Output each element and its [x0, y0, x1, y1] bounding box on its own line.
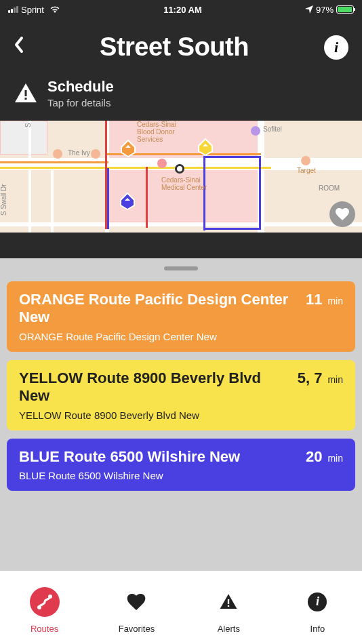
- warning-icon: [218, 592, 239, 611]
- poi-target: [301, 156, 310, 165]
- bottom-nav: Routes Favorites Alerts i Info: [0, 571, 362, 644]
- wifi-icon: [49, 5, 60, 14]
- route-name: BLUE Route 6500 Wilshire New: [19, 448, 299, 466]
- nav-label: Alerts: [218, 624, 240, 634]
- heart-icon: [127, 594, 146, 610]
- info-icon: i: [308, 592, 327, 611]
- warning-icon: [14, 81, 38, 106]
- schedule-banner[interactable]: Schedule Tap for details: [0, 68, 362, 121]
- map-label-target: Target: [297, 167, 316, 174]
- heart-icon: [336, 208, 349, 220]
- map-label-ivy: The Ivy: [68, 149, 90, 157]
- poi-food2: [91, 149, 100, 159]
- route-sheet: ORANGE Route Pacific Design Center New 1…: [0, 258, 362, 571]
- status-time: 11:20 AM: [163, 5, 202, 15]
- map-marker-blue: [120, 193, 135, 210]
- favorite-button[interactable]: [329, 201, 355, 227]
- map-label-sofitel: Sofitel: [263, 125, 282, 133]
- carrier-label: Sprint: [21, 5, 44, 15]
- nav-label: Favorites: [119, 624, 155, 634]
- info-button[interactable]: i: [324, 35, 348, 60]
- battery-percent: 97%: [316, 5, 334, 15]
- status-left: Sprint: [8, 5, 60, 15]
- map-marker-orange: [121, 140, 136, 157]
- nav-info[interactable]: i Info: [302, 587, 332, 634]
- svg-point-1: [48, 595, 52, 599]
- back-button[interactable]: [14, 36, 24, 58]
- nav-alerts[interactable]: Alerts: [214, 587, 243, 634]
- route-name: YELLOW Route 8900 Beverly Blvd New: [19, 369, 291, 405]
- map-label-swall: S Swall Dr: [0, 184, 7, 216]
- map[interactable]: Cedars-Sinai Blood Donor Services Cedars…: [0, 121, 362, 233]
- svg-point-0: [37, 605, 41, 609]
- battery-icon: [336, 5, 354, 14]
- status-right: 97%: [305, 5, 354, 15]
- route-card-blue[interactable]: BLUE Route 6500 Wilshire New 20 min BLUE…: [7, 439, 355, 491]
- schedule-title: Schedule: [47, 78, 114, 96]
- route-card-yellow[interactable]: YELLOW Route 8900 Beverly Blvd New 5, 7 …: [7, 360, 355, 430]
- nav-favorites[interactable]: Favorites: [119, 587, 155, 634]
- signal-icon: [8, 6, 18, 13]
- map-label-cedars-blood: Cedars-Sinai Blood Donor Services: [137, 121, 191, 143]
- sheet-handle[interactable]: [164, 266, 198, 270]
- header: Street South i: [0, 19, 362, 68]
- map-label-cedars-med: Cedars-Sinai Medical Center: [161, 176, 216, 191]
- map-label-clark: S Clark Dr: [24, 121, 32, 127]
- route-sub: BLUE Route 6500 Wilshire New: [19, 470, 343, 481]
- page-title: Street South: [100, 33, 249, 62]
- map-center-dot: [175, 164, 184, 174]
- poi-medical: [157, 159, 167, 168]
- nav-label: Routes: [31, 624, 58, 634]
- nav-routes[interactable]: Routes: [30, 587, 60, 634]
- schedule-text: Schedule Tap for details: [47, 78, 114, 108]
- status-bar: Sprint 11:20 AM 97%: [0, 0, 362, 19]
- poi-food1: [53, 149, 62, 159]
- route-time: 5, 7 min: [298, 369, 343, 387]
- routes-icon: [36, 593, 54, 611]
- route-sub: YELLOW Route 8900 Beverly Blvd New: [19, 409, 343, 421]
- location-icon: [305, 5, 313, 14]
- route-card-orange[interactable]: ORANGE Route Pacific Design Center New 1…: [7, 281, 355, 352]
- route-time: 20 min: [306, 448, 343, 466]
- nav-label: Info: [310, 624, 325, 634]
- poi-hotel: [251, 126, 260, 136]
- route-sub: ORANGE Route Pacific Design Center New: [19, 331, 343, 342]
- schedule-subtitle: Tap for details: [47, 97, 114, 108]
- route-name: ORANGE Route Pacific Design Center New: [19, 291, 299, 327]
- map-marker-yellow: [198, 138, 213, 156]
- map-label-room: ROOM: [319, 184, 340, 192]
- route-time: 11 min: [306, 291, 343, 308]
